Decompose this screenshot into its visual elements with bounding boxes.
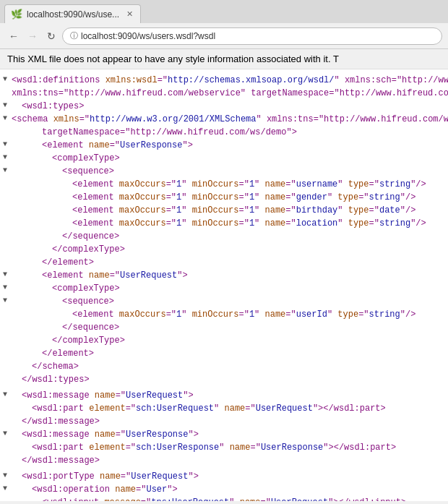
xml-content: <element maxOccurs="1" minOccurs="1" nam… (72, 178, 426, 191)
reload-button[interactable]: ↻ (43, 28, 59, 44)
tree-toggle[interactable]: ▼ (3, 152, 10, 163)
tree-toggle[interactable]: ▼ (3, 295, 10, 306)
xml-content: </wsdl:message> (22, 415, 100, 428)
info-message: This XML file does not appear to have an… (7, 54, 339, 64)
xml-line: </complexType> (0, 243, 448, 256)
xml-content: </wsdl:message> (22, 454, 100, 467)
address-bar[interactable]: ⓘ localhost:9090/ws/users.wsdl?wsdl (62, 27, 442, 45)
xml-line: ▼<wsdl:message name="UserRequest"> (0, 389, 448, 402)
xml-line: ▼<sequence> (0, 165, 448, 178)
xml-line: <wsdl:part element="sch:UserRequest" nam… (0, 402, 448, 415)
xml-content: <element name="UserRequest"> (42, 269, 188, 282)
xml-line: ▼<wsdl:definitions xmlns:wsdl="http://sc… (0, 74, 448, 87)
xml-content: <element maxOccurs="1" minOccurs="1" nam… (72, 217, 426, 230)
xml-line: </complexType> (0, 334, 448, 347)
tree-toggle[interactable]: ▼ (3, 483, 10, 494)
xml-line: xmlns:tns="http://www.hifreud.com/webser… (0, 87, 448, 100)
xml-content: <wsdl:message name="UserRequest"> (22, 389, 194, 402)
xml-line: <element maxOccurs="1" minOccurs="1" nam… (0, 191, 448, 204)
tab-favicon: 🌿 (11, 9, 22, 19)
xml-content: <wsdl:definitions xmlns:wsdl="http://sch… (12, 74, 448, 87)
xml-line: ▼<complexType> (0, 282, 448, 295)
xml-content: </complexType> (52, 334, 125, 347)
url-text: localhost:9090/ws/users.wsdl?wsdl (81, 31, 215, 41)
active-tab[interactable]: 🌿 localhost:9090/ws/use... ✕ (4, 4, 141, 23)
xml-content: <complexType> (52, 282, 120, 295)
tree-toggle[interactable]: ▼ (3, 470, 10, 481)
xml-line: <element maxOccurs="1" minOccurs="1" nam… (0, 308, 448, 321)
tree-toggle[interactable]: ▼ (3, 428, 10, 439)
xml-content: <sequence> (62, 295, 114, 308)
xml-content: <element maxOccurs="1" minOccurs="1" nam… (72, 308, 415, 321)
xml-content: <wsdl:types> (22, 100, 84, 113)
xml-line: <wsdl:input message="tns:UserRequest" na… (0, 496, 448, 501)
xml-line: ▼<sequence> (0, 295, 448, 308)
forward-button[interactable]: → (25, 28, 40, 44)
xml-content: </complexType> (52, 243, 125, 256)
xml-line: ▼<wsdl:portType name="UserRequest"> (0, 470, 448, 483)
xml-content: </wsdl:types> (22, 373, 90, 386)
xml-content: </sequence> (62, 321, 119, 334)
xml-content: <element name="UserResponse"> (42, 139, 193, 152)
xml-line: ▼<wsdl:types> (0, 100, 448, 113)
xml-line: </sequence> (0, 230, 448, 243)
browser-chrome: 🌿 localhost:9090/ws/use... ✕ ← → ↻ ⓘ loc… (0, 0, 448, 69)
xml-line: ▼<wsdl:operation name="User"> (0, 483, 448, 496)
tree-toggle[interactable]: ▼ (3, 100, 10, 111)
xml-line: <wsdl:part element="sch:UserResponse" na… (0, 441, 448, 454)
xml-line: </element> (0, 256, 448, 269)
navigation-bar: ← → ↻ ⓘ localhost:9090/ws/users.wsdl?wsd… (0, 23, 448, 49)
tree-toggle[interactable]: ▼ (3, 269, 10, 280)
xml-line: <element maxOccurs="1" minOccurs="1" nam… (0, 204, 448, 217)
xml-content: <schema xmlns="http://www.w3.org/2001/XM… (12, 113, 448, 126)
xml-line: ▼<complexType> (0, 152, 448, 165)
xml-content: targetNamespace="http://www.hifreud.com/… (42, 126, 297, 139)
xml-line: targetNamespace="http://www.hifreud.com/… (0, 126, 448, 139)
xml-content-area: ▼<wsdl:definitions xmlns:wsdl="http://sc… (0, 69, 448, 501)
tree-toggle[interactable]: ▼ (3, 139, 10, 150)
xml-content: xmlns:tns="http://www.hifreud.com/webser… (12, 87, 448, 100)
xml-content: </element> (42, 347, 94, 360)
xml-content: <element maxOccurs="1" minOccurs="1" nam… (72, 204, 415, 217)
xml-line: ▼<schema xmlns="http://www.w3.org/2001/X… (0, 113, 448, 126)
xml-line: </wsdl:message> (0, 454, 448, 467)
xml-line: <element maxOccurs="1" minOccurs="1" nam… (0, 178, 448, 191)
xml-content: <wsdl:message name="UserResponse"> (22, 428, 199, 441)
xml-line: </sequence> (0, 321, 448, 334)
tree-toggle[interactable]: ▼ (3, 389, 10, 400)
xml-line: </wsdl:message> (0, 415, 448, 428)
xml-content: <complexType> (52, 152, 120, 165)
xml-line: </element> (0, 347, 448, 360)
tree-toggle[interactable]: ▼ (3, 165, 10, 176)
xml-content: <wsdl:input message="tns:UserRequest" na… (42, 496, 406, 501)
security-icon: ⓘ (70, 30, 78, 41)
xml-line: </wsdl:types> (0, 373, 448, 386)
xml-line: ▼<wsdl:message name="UserResponse"> (0, 428, 448, 441)
xml-content: <wsdl:part element="sch:UserResponse" na… (32, 441, 396, 454)
tab-title: localhost:9090/ws/use... (27, 9, 119, 20)
xml-content: <wsdl:part element="sch:UserRequest" nam… (32, 402, 386, 415)
xml-line: <element maxOccurs="1" minOccurs="1" nam… (0, 217, 448, 230)
tab-bar: 🌿 localhost:9090/ws/use... ✕ (0, 0, 448, 23)
tree-toggle[interactable]: ▼ (3, 113, 10, 124)
xml-line: ▼<element name="UserResponse"> (0, 139, 448, 152)
xml-content: <wsdl:portType name="UserRequest"> (22, 470, 199, 483)
tree-toggle[interactable]: ▼ (3, 282, 10, 293)
xml-content: </sequence> (62, 230, 119, 243)
tab-close-button[interactable]: ✕ (126, 9, 133, 19)
xml-line: </schema> (0, 360, 448, 373)
xml-content: <element maxOccurs="1" minOccurs="1" nam… (72, 191, 415, 204)
xml-info-bar: This XML file does not appear to have an… (0, 49, 448, 69)
xml-content: <sequence> (62, 165, 114, 178)
tree-toggle[interactable]: ▼ (3, 74, 10, 85)
xml-content: <wsdl:operation name="User"> (32, 483, 178, 496)
xml-line: ▼<element name="UserRequest"> (0, 269, 448, 282)
back-button[interactable]: ← (6, 28, 22, 44)
xml-content: </schema> (32, 360, 79, 373)
xml-content: </element> (42, 256, 94, 269)
